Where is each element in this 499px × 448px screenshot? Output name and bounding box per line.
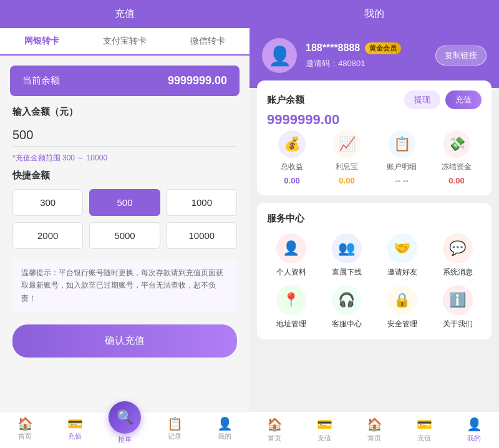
right-nav-recharge[interactable]: 💳 充值 <box>299 412 349 448</box>
balance-label: 当前余额 <box>22 75 60 87</box>
quick-btn-2000[interactable]: 2000 <box>12 222 83 249</box>
service-address[interactable]: 📍 地址管理 <box>267 285 315 329</box>
profile-service-label: 个人资料 <box>276 267 306 278</box>
record-icon: 📋 <box>167 417 183 430</box>
input-section: 输入金额（元） *充值金额范围 300 ～ 10000 快捷金额 300 500… <box>0 106 250 358</box>
balance-amount: 9999999.00 <box>168 74 227 87</box>
right-nav-home2[interactable]: 🏠 首页 <box>349 412 399 448</box>
customer-service-icon: 🎧 <box>332 285 362 315</box>
quick-btn-1000[interactable]: 1000 <box>167 189 237 216</box>
about-service-label: 关于我们 <box>443 319 473 329</box>
amount-input[interactable] <box>12 124 237 147</box>
withdraw-button[interactable]: 提现 <box>404 90 440 109</box>
right-content: 账户余额 提现 充值 9999999.00 💰 总收益 0.00 📈 利息宝 0… <box>250 80 499 411</box>
downline-service-icon: 👥 <box>332 233 362 263</box>
quick-btn-500[interactable]: 500 <box>89 189 160 216</box>
left-header: 充值 <box>0 0 250 28</box>
right-nav-mine[interactable]: 👤 我的 <box>449 412 499 448</box>
nav-record-label: 记录 <box>168 432 182 441</box>
right-header: 我的 <box>250 0 499 28</box>
total-income-icon: 💰 <box>278 130 306 158</box>
service-downline[interactable]: 👥 直属下线 <box>322 233 371 278</box>
left-panel: 充值 网银转卡 支付宝转卡 微信转卡 当前余额 9999999.00 输入金额（… <box>0 0 250 448</box>
downline-service-label: 直属下线 <box>332 267 362 278</box>
service-center-title: 服务中心 <box>267 213 482 225</box>
quick-btn-10000[interactable]: 10000 <box>167 222 237 249</box>
input-label: 输入金额（元） <box>12 106 237 118</box>
account-detail-icon: 📋 <box>388 130 415 158</box>
warning-text: 温馨提示：平台银行账号随时更换，每次存款请到充值页面获取最新账号，如入款至已过期… <box>12 259 237 312</box>
nav-mine[interactable]: 👤 我的 <box>200 412 250 448</box>
account-detail-value: -- -- <box>395 176 409 185</box>
phone-number: 188****8888 <box>306 42 360 54</box>
stat-frozen: 💸 冻结资金 0.00 <box>432 130 482 185</box>
right-bottom-nav: 🏠 首页 💳 充值 🏠 首页 💳 充值 👤 我的 <box>250 411 499 448</box>
stat-account-detail: 📋 账户明细 -- -- <box>377 130 427 185</box>
service-message[interactable]: 💬 系统消息 <box>434 233 482 278</box>
copy-link-button[interactable]: 复制链接 <box>435 46 487 66</box>
nav-recharge[interactable]: 💳 充值 <box>50 412 100 448</box>
hint-text: *充值金额范围 300 ～ 10000 <box>12 153 237 163</box>
address-service-icon: 📍 <box>276 285 306 315</box>
quick-btn-300[interactable]: 300 <box>12 189 83 216</box>
service-customer[interactable]: 🎧 客服中心 <box>322 285 371 329</box>
message-service-label: 系统消息 <box>443 267 473 278</box>
quick-amount-grid: 300 500 1000 2000 5000 10000 <box>12 189 237 249</box>
invite-label: 邀请码： <box>306 59 338 68</box>
stats-grid: 💰 总收益 0.00 📈 利息宝 0.00 📋 账户明细 -- -- 💸 冻结资… <box>267 130 482 185</box>
nav-grab-order[interactable]: 🔍 抢单 <box>100 412 150 448</box>
about-service-icon: ℹ️ <box>443 285 473 315</box>
service-profile[interactable]: 👤 个人资料 <box>267 233 315 278</box>
total-income-value: 0.00 <box>284 176 299 185</box>
recharge-button[interactable]: 充值 <box>445 90 482 109</box>
confirm-recharge-button[interactable]: 确认充值 <box>12 324 237 358</box>
address-service-label: 地址管理 <box>276 319 306 329</box>
tab-wechat[interactable]: 微信转卡 <box>167 28 250 54</box>
recharge-icon: 💳 <box>67 417 83 430</box>
balance-bar: 当前余额 9999999.00 <box>10 66 240 96</box>
service-about[interactable]: ℹ️ 关于我们 <box>434 285 482 329</box>
message-service-icon: 💬 <box>443 233 473 263</box>
vip-badge: 黄金会员 <box>365 42 401 54</box>
security-service-label: 安全管理 <box>387 319 417 329</box>
service-grid: 👤 个人资料 👥 直属下线 🤝 邀请好友 💬 系统消息 📍 地址管 <box>267 233 482 329</box>
stat-interest: 📈 利息宝 0.00 <box>322 130 372 185</box>
security-service-icon: 🔒 <box>387 285 417 315</box>
nav-mine-label: 我的 <box>218 432 231 441</box>
interest-icon: 📈 <box>333 130 361 158</box>
right-nav-mine-label: 我的 <box>467 434 481 443</box>
right-home2-icon: 🏠 <box>367 417 382 432</box>
right-home-icon: 🏠 <box>267 417 283 432</box>
right-nav-recharge2[interactable]: 💳 充值 <box>399 412 449 448</box>
right-nav-home2-label: 首页 <box>367 434 381 443</box>
right-mine-icon: 👤 <box>467 417 482 432</box>
frozen-value: 0.00 <box>448 176 464 185</box>
tab-bank[interactable]: 网银转卡 <box>0 28 83 54</box>
account-action-buttons: 提现 充值 <box>404 90 482 109</box>
nav-home[interactable]: 🏠 首页 <box>0 412 50 448</box>
right-nav-recharge2-label: 充值 <box>417 434 431 443</box>
frozen-label: 冻结资金 <box>442 162 472 172</box>
customer-service-label: 客服中心 <box>332 319 362 329</box>
phone-row: 188****8888 黄金会员 <box>306 42 427 54</box>
grab-order-icon: 🔍 <box>117 409 133 426</box>
home-icon: 🏠 <box>17 417 33 430</box>
interest-value: 0.00 <box>339 176 354 185</box>
right-panel: 我的 👤 188****8888 黄金会员 邀请码：480801 复制链接 账户… <box>250 0 499 448</box>
service-invite[interactable]: 🤝 邀请好友 <box>378 233 426 278</box>
right-nav-home[interactable]: 🏠 首页 <box>250 412 299 448</box>
invite-service-icon: 🤝 <box>387 233 417 263</box>
nav-record[interactable]: 📋 记录 <box>150 412 200 448</box>
quick-btn-5000[interactable]: 5000 <box>89 222 160 249</box>
mine-icon: 👤 <box>217 417 233 430</box>
invite-service-label: 邀请好友 <box>387 267 417 278</box>
frozen-icon: 💸 <box>443 130 470 158</box>
tab-alipay[interactable]: 支付宝转卡 <box>83 28 166 54</box>
service-security[interactable]: 🔒 安全管理 <box>378 285 426 329</box>
account-detail-label: 账户明细 <box>387 162 417 172</box>
right-nav-home-label: 首页 <box>268 434 281 443</box>
tab-bar: 网银转卡 支付宝转卡 微信转卡 <box>0 28 250 56</box>
nav-home-label: 首页 <box>18 432 32 441</box>
left-bottom-nav: 🏠 首页 💳 充值 🔍 抢单 📋 记录 👤 我的 <box>0 412 250 448</box>
profile-section: 👤 188****8888 黄金会员 邀请码：480801 复制链接 <box>250 28 499 88</box>
